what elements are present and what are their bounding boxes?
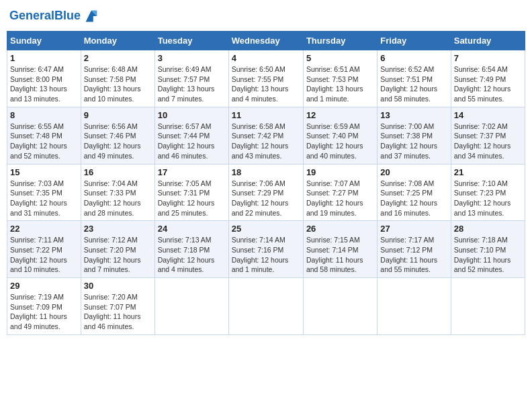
day-number: 14 — [454, 110, 522, 120]
calendar-cell: 17Sunrise: 7:05 AMSunset: 7:31 PMDayligh… — [154, 164, 228, 221]
day-number: 10 — [158, 110, 226, 120]
calendar-cell: 9Sunrise: 6:56 AMSunset: 7:46 PMDaylight… — [81, 107, 154, 164]
day-number: 23 — [84, 224, 152, 234]
header-monday: Monday — [81, 32, 154, 50]
day-number: 9 — [84, 110, 152, 120]
calendar-table: Sunday Monday Tuesday Wednesday Thursday… — [7, 31, 525, 335]
day-number: 16 — [84, 167, 152, 177]
day-info: Sunrise: 6:47 AMSunset: 8:00 PMDaylight:… — [10, 64, 78, 104]
day-number: 1 — [10, 53, 78, 63]
calendar-cell: 30Sunrise: 7:20 AMSunset: 7:07 PMDayligh… — [81, 278, 154, 335]
calendar-cell — [154, 278, 228, 335]
logo: GeneralBlue — [9, 7, 101, 26]
day-info: Sunrise: 6:58 AMSunset: 7:42 PMDaylight:… — [232, 122, 300, 161]
day-number: 13 — [380, 110, 447, 120]
day-info: Sunrise: 7:03 AMSunset: 7:35 PMDaylight:… — [10, 179, 78, 218]
day-number: 4 — [232, 53, 300, 63]
day-info: Sunrise: 7:19 AMSunset: 7:09 PMDaylight:… — [10, 292, 78, 332]
calendar-cell — [378, 278, 451, 335]
calendar-cell: 20Sunrise: 7:08 AMSunset: 7:25 PMDayligh… — [378, 164, 451, 221]
day-number: 7 — [454, 53, 522, 63]
header-thursday: Thursday — [303, 32, 377, 50]
calendar-cell: 18Sunrise: 7:06 AMSunset: 7:29 PMDayligh… — [228, 164, 303, 221]
calendar-cell: 11Sunrise: 6:58 AMSunset: 7:42 PMDayligh… — [228, 107, 303, 164]
day-number: 15 — [10, 167, 78, 177]
day-info: Sunrise: 6:56 AMSunset: 7:46 PMDaylight:… — [84, 122, 152, 161]
day-info: Sunrise: 7:20 AMSunset: 7:07 PMDaylight:… — [84, 292, 152, 332]
day-info: Sunrise: 6:49 AMSunset: 7:57 PMDaylight:… — [158, 64, 226, 104]
day-number: 21 — [454, 167, 522, 177]
day-number: 17 — [158, 167, 226, 177]
day-info: Sunrise: 7:18 AMSunset: 7:10 PMDaylight:… — [454, 235, 522, 275]
calendar-cell — [451, 278, 525, 335]
calendar-header-row: Sunday Monday Tuesday Wednesday Thursday… — [7, 32, 525, 50]
day-number: 28 — [454, 224, 522, 234]
header-friday: Friday — [378, 32, 451, 50]
day-info: Sunrise: 7:02 AMSunset: 7:37 PMDaylight:… — [454, 122, 522, 161]
calendar-week-row: 22Sunrise: 7:11 AMSunset: 7:22 PMDayligh… — [7, 221, 525, 278]
day-number: 25 — [232, 224, 300, 234]
header-wednesday: Wednesday — [228, 32, 303, 50]
calendar-week-row: 29Sunrise: 7:19 AMSunset: 7:09 PMDayligh… — [7, 278, 525, 335]
calendar-cell — [303, 278, 377, 335]
header-tuesday: Tuesday — [154, 32, 228, 50]
day-info: Sunrise: 7:15 AMSunset: 7:14 PMDaylight:… — [306, 235, 374, 275]
calendar-cell: 22Sunrise: 7:11 AMSunset: 7:22 PMDayligh… — [7, 221, 81, 278]
logo-text: GeneralBlue — [9, 9, 81, 23]
calendar-cell: 4Sunrise: 6:50 AMSunset: 7:55 PMDaylight… — [228, 50, 303, 107]
calendar-cell: 8Sunrise: 6:55 AMSunset: 7:48 PMDaylight… — [7, 107, 81, 164]
day-number: 8 — [10, 110, 78, 120]
calendar-cell: 14Sunrise: 7:02 AMSunset: 7:37 PMDayligh… — [451, 107, 525, 164]
header-sunday: Sunday — [7, 32, 81, 50]
logo-icon — [82, 7, 101, 26]
day-info: Sunrise: 7:12 AMSunset: 7:20 PMDaylight:… — [84, 235, 152, 275]
day-info: Sunrise: 7:13 AMSunset: 7:18 PMDaylight:… — [158, 235, 226, 275]
day-number: 3 — [158, 53, 226, 63]
day-number: 2 — [84, 53, 152, 63]
calendar-cell: 16Sunrise: 7:04 AMSunset: 7:33 PMDayligh… — [81, 164, 154, 221]
day-info: Sunrise: 6:51 AMSunset: 7:53 PMDaylight:… — [306, 64, 374, 104]
day-info: Sunrise: 6:48 AMSunset: 7:58 PMDaylight:… — [84, 64, 152, 104]
calendar-cell: 7Sunrise: 6:54 AMSunset: 7:49 PMDaylight… — [451, 50, 525, 107]
day-number: 24 — [158, 224, 226, 234]
day-info: Sunrise: 6:52 AMSunset: 7:51 PMDaylight:… — [380, 64, 447, 104]
calendar-cell: 26Sunrise: 7:15 AMSunset: 7:14 PMDayligh… — [303, 221, 377, 278]
day-number: 22 — [10, 224, 78, 234]
day-number: 12 — [306, 110, 374, 120]
day-number: 29 — [10, 281, 78, 291]
day-number: 27 — [380, 224, 447, 234]
day-number: 5 — [306, 53, 374, 63]
calendar-cell: 25Sunrise: 7:14 AMSunset: 7:16 PMDayligh… — [228, 221, 303, 278]
day-info: Sunrise: 7:04 AMSunset: 7:33 PMDaylight:… — [84, 179, 152, 218]
calendar-cell: 19Sunrise: 7:07 AMSunset: 7:27 PMDayligh… — [303, 164, 377, 221]
page: GeneralBlue Sunday Monday Tuesday Wednes… — [0, 0, 532, 342]
day-info: Sunrise: 6:55 AMSunset: 7:48 PMDaylight:… — [10, 122, 78, 161]
day-number: 18 — [232, 167, 300, 177]
calendar-cell: 3Sunrise: 6:49 AMSunset: 7:57 PMDaylight… — [154, 50, 228, 107]
logo-blue: Blue — [54, 9, 81, 22]
day-info: Sunrise: 6:59 AMSunset: 7:40 PMDaylight:… — [306, 122, 374, 161]
day-number: 6 — [380, 53, 447, 63]
calendar-cell: 5Sunrise: 6:51 AMSunset: 7:53 PMDaylight… — [303, 50, 377, 107]
day-info: Sunrise: 6:54 AMSunset: 7:49 PMDaylight:… — [454, 64, 522, 104]
calendar-cell: 23Sunrise: 7:12 AMSunset: 7:20 PMDayligh… — [81, 221, 154, 278]
day-info: Sunrise: 7:07 AMSunset: 7:27 PMDaylight:… — [306, 179, 374, 218]
day-info: Sunrise: 7:06 AMSunset: 7:29 PMDaylight:… — [232, 179, 300, 218]
day-number: 30 — [84, 281, 152, 291]
day-info: Sunrise: 7:08 AMSunset: 7:25 PMDaylight:… — [380, 179, 447, 218]
calendar-cell: 24Sunrise: 7:13 AMSunset: 7:18 PMDayligh… — [154, 221, 228, 278]
day-info: Sunrise: 7:17 AMSunset: 7:12 PMDaylight:… — [380, 235, 447, 275]
day-number: 26 — [306, 224, 374, 234]
day-info: Sunrise: 7:11 AMSunset: 7:22 PMDaylight:… — [10, 235, 78, 275]
logo-general: General — [9, 9, 54, 22]
day-info: Sunrise: 6:57 AMSunset: 7:44 PMDaylight:… — [158, 122, 226, 161]
calendar-cell: 1Sunrise: 6:47 AMSunset: 8:00 PMDaylight… — [7, 50, 81, 107]
header: GeneralBlue — [7, 7, 525, 26]
calendar-cell: 28Sunrise: 7:18 AMSunset: 7:10 PMDayligh… — [451, 221, 525, 278]
calendar-cell: 13Sunrise: 7:00 AMSunset: 7:38 PMDayligh… — [378, 107, 451, 164]
calendar-cell: 12Sunrise: 6:59 AMSunset: 7:40 PMDayligh… — [303, 107, 377, 164]
calendar-cell: 27Sunrise: 7:17 AMSunset: 7:12 PMDayligh… — [378, 221, 451, 278]
calendar-week-row: 1Sunrise: 6:47 AMSunset: 8:00 PMDaylight… — [7, 50, 525, 107]
calendar-cell: 10Sunrise: 6:57 AMSunset: 7:44 PMDayligh… — [154, 107, 228, 164]
day-info: Sunrise: 7:05 AMSunset: 7:31 PMDaylight:… — [158, 179, 226, 218]
